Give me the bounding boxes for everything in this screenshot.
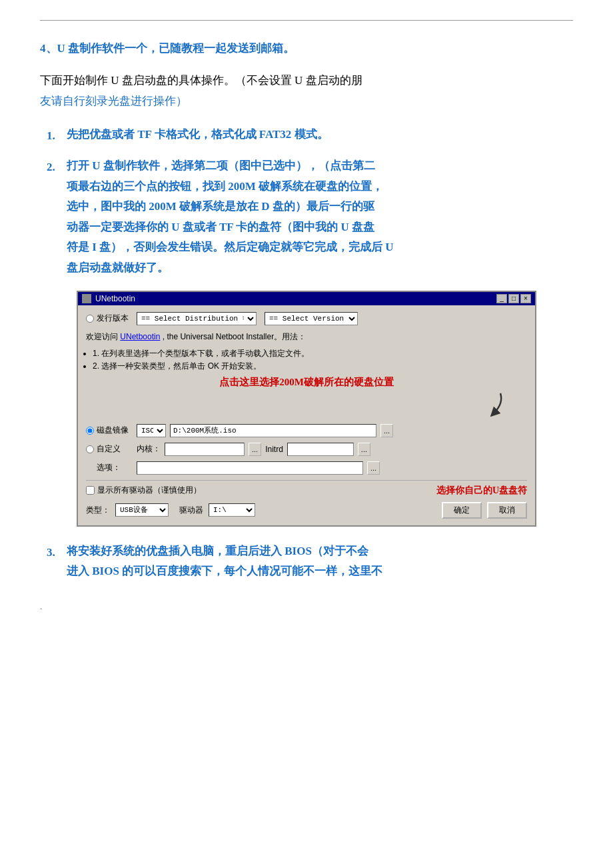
disk-image-radio[interactable] <box>86 427 94 435</box>
step-3: 3. 将安装好系统的优盘插入电脑，重启后进入 BIOS（对于不会 进入 BIOS… <box>47 541 573 582</box>
instruction-2: 2. 选择一种安装类型，然后单击 OK 开始安装。 <box>93 361 527 372</box>
instructions-list: 1. 在列表里选择一个类型版本下载，或者手动载入指定文件。 2. 选择一种安装类… <box>86 348 527 372</box>
show-drives-label: 显示所有驱动器（谨慎使用） <box>97 485 201 496</box>
window-title: UNetbootin <box>95 294 135 303</box>
custom-label: 自定义 <box>97 443 121 455</box>
minimize-button[interactable]: _ <box>496 294 507 303</box>
kernel-label: 内核： <box>137 443 161 455</box>
custom-radio-label[interactable]: 自定义 <box>86 443 133 455</box>
step2-num: 2. <box>47 156 67 178</box>
step3-text: 将安装好系统的优盘插入电脑，重启后进入 BIOS（对于不会 进入 BIOS 的可… <box>67 541 573 582</box>
kernel-input[interactable] <box>165 443 245 456</box>
bottom-row: 显示所有驱动器（谨慎使用） 选择你自己的U盘盘符 <box>86 485 527 497</box>
iso-type-select[interactable]: ISO <box>137 424 166 437</box>
maximize-button[interactable]: □ <box>508 294 519 303</box>
instruction-1: 1. 在列表里选择一个类型版本下载，或者手动载入指定文件。 <box>93 348 527 359</box>
drive-select[interactable]: I:\ <box>209 503 255 517</box>
step2-text: 打开 U 盘制作软件，选择第二项（图中已选中），（点击第二 项最右边的三个点的按… <box>67 156 573 279</box>
type-drive-row: 类型： USB设备 驱动器 I:\ 确定 取消 <box>86 502 527 519</box>
top-divider <box>40 20 573 21</box>
disk-image-radio-label[interactable]: 磁盘镜像 <box>86 425 133 436</box>
type-select[interactable]: USB设备 <box>115 503 169 517</box>
custom-radio[interactable] <box>86 445 94 453</box>
distribution-row: 发行版本 == Select Distribution == == Select… <box>86 312 527 325</box>
drive-label: 驱动器 <box>179 505 203 516</box>
iso-path-input[interactable] <box>170 424 376 437</box>
welcome-text: 欢迎访问 UNetbootin , the Universal Netboot … <box>86 331 527 343</box>
step-2: 2. 打开 U 盘制作软件，选择第二项（图中已选中），（点击第二 项最右边的三个… <box>47 156 573 279</box>
section4-heading: 4、U 盘制作软件一个，已随教程一起发送到邮箱。 <box>40 39 573 57</box>
options-browse-button[interactable]: ... <box>367 461 380 475</box>
distribution-select[interactable]: == Select Distribution == <box>137 312 257 325</box>
type-label: 类型： <box>86 505 110 516</box>
select-hint: 选择你自己的U盘盘符 <box>436 485 527 497</box>
initrd-browse-button[interactable]: ... <box>358 443 370 456</box>
show-drives-checkbox-label[interactable]: 显示所有驱动器（谨慎使用） <box>86 485 201 496</box>
distribution-radio-label[interactable]: 发行版本 <box>86 313 133 324</box>
step3-num: 3. <box>47 541 67 563</box>
custom-row: 自定义 内核： ... Initrd ... <box>86 443 527 456</box>
unetbootin-body: 发行版本 == Select Distribution == == Select… <box>78 305 535 525</box>
cancel-button[interactable]: 取消 <box>487 502 527 519</box>
close-button[interactable]: × <box>520 294 531 303</box>
intro-line1: 下面开始制作 U 盘启动盘的具体操作。（不会设置 U 盘启动的朋 <box>40 74 362 87</box>
unetbootin-link[interactable]: UNetbootin <box>120 332 160 341</box>
welcome-line1: 欢迎访问 <box>86 332 118 341</box>
welcome-line2: , the Universal Netboot Installer。用法： <box>163 332 306 341</box>
window-controls: _ □ × <box>496 294 531 303</box>
options-label: 选项： <box>86 462 133 473</box>
show-drives-checkbox[interactable] <box>86 486 95 495</box>
bottom-divider <box>86 480 527 481</box>
disk-image-row: 磁盘镜像 ISO ... <box>86 424 527 437</box>
initrd-label: Initrd <box>265 445 283 454</box>
title-left: UNetbootin <box>82 294 135 303</box>
iso-browse-button[interactable]: ... <box>380 424 393 437</box>
initrd-input[interactable] <box>287 443 354 456</box>
arrow-annotation <box>86 390 527 421</box>
kernel-browse-button[interactable]: ... <box>249 443 261 456</box>
click-hint: 点击这里选择200M破解所在的硬盘位置 <box>86 376 527 389</box>
step1-num: 1. <box>47 125 67 147</box>
step-1: 1. 先把优盘或者 TF 卡格式化，格式化成 FAT32 模式。 <box>47 125 573 147</box>
bottom-dot: . <box>40 602 573 612</box>
app-icon <box>82 294 91 303</box>
ok-button[interactable]: 确定 <box>442 502 482 519</box>
version-select[interactable]: == Select Version == <box>265 312 358 325</box>
distribution-label: 发行版本 <box>97 313 129 324</box>
unetbootin-titlebar: UNetbootin _ □ × <box>78 292 535 305</box>
unetbootin-window: UNetbootin _ □ × 发行版本 == Select Distribu… <box>77 291 536 527</box>
disk-image-label: 磁盘镜像 <box>97 425 129 436</box>
options-input[interactable] <box>137 461 363 475</box>
intro-paragraph: 下面开始制作 U 盘启动盘的具体操作。（不会设置 U 盘启动的朋 友请自行刻录光… <box>40 71 573 111</box>
options-row: 选项： ... <box>86 461 527 475</box>
step1-text: 先把优盘或者 TF 卡格式化，格式化成 FAT32 模式。 <box>67 125 573 145</box>
distribution-radio[interactable] <box>86 315 94 323</box>
intro-line2: 友请自行刻录光盘进行操作） <box>40 95 187 107</box>
